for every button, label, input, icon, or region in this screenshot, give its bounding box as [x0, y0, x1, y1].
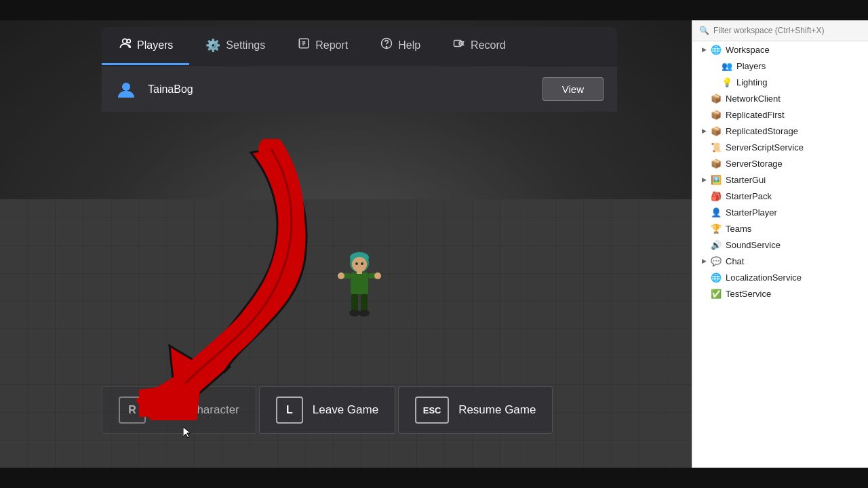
tree-item-networkclient[interactable]: 📦NetworkClient — [692, 90, 868, 106]
tree-item-replicatedstorage[interactable]: ▶📦ReplicatedStorage — [692, 123, 868, 139]
arrow-icon — [699, 94, 709, 103]
tree-item-starterplayer[interactable]: 👤StarterPlayer — [692, 204, 868, 220]
leave-button[interactable]: L Leave Game — [259, 386, 395, 434]
players-tab-icon — [118, 37, 132, 54]
arrow-icon — [699, 159, 709, 168]
filter-input[interactable] — [713, 26, 861, 35]
arrow-icon — [699, 110, 709, 119]
tree-item-workspace[interactable]: ▶🌐Workspace — [692, 41, 868, 58]
player-name: TainaBog — [148, 83, 542, 96]
players-icon: 👥 — [721, 60, 733, 72]
tree-item-starterpack[interactable]: 🎒StarterPack — [692, 188, 868, 204]
tree-item-chat[interactable]: ▶💬Chat — [692, 253, 868, 269]
players-menu: Players ⚙️ Settings Report — [102, 27, 617, 113]
starterplayer-icon: 👤 — [710, 206, 722, 218]
menu-tabs: Players ⚙️ Settings Report — [102, 27, 617, 65]
players-label: Players — [736, 61, 766, 71]
tree-item-soundservice[interactable]: 🔊SoundService — [692, 237, 868, 253]
filter-icon: 🔍 — [699, 26, 709, 35]
tree-item-serverstorage[interactable]: 📦ServerStorage — [692, 155, 868, 171]
chat-icon: 💬 — [710, 255, 722, 267]
arrow-icon — [699, 191, 709, 201]
serverscriptservice-label: ServerScriptService — [726, 142, 804, 152]
tab-settings[interactable]: ⚙️ Settings — [189, 27, 281, 65]
reset-button[interactable]: R Reset Character — [102, 386, 256, 434]
right-panel: 🔍 ▶🌐Workspace 👥Players 💡Lighting 📦Networ… — [692, 20, 868, 468]
tab-help[interactable]: Help — [364, 27, 437, 65]
tree-container: ▶🌐Workspace 👥Players 💡Lighting 📦NetworkC… — [692, 41, 868, 302]
menu-content: TainaBog View — [102, 66, 617, 112]
tab-players-label: Players — [137, 39, 173, 52]
chat-label: Chat — [726, 256, 744, 266]
teams-label: Teams — [726, 224, 751, 234]
svg-rect-14 — [357, 270, 362, 274]
starterpack-label: StarterPack — [726, 191, 772, 201]
settings-tab-icon: ⚙️ — [205, 38, 220, 53]
svg-point-9 — [374, 272, 381, 279]
svg-point-19 — [386, 47, 387, 48]
svg-point-8 — [338, 272, 344, 279]
networkclient-icon: 📦 — [710, 92, 722, 104]
arrow-icon — [699, 289, 709, 298]
filter-bar: 🔍 — [692, 20, 868, 41]
tab-report-label: Report — [315, 39, 348, 52]
svg-rect-5 — [351, 272, 368, 294]
replicatedfirst-icon: 📦 — [710, 108, 722, 121]
svg-point-13 — [359, 310, 370, 317]
svg-point-3 — [355, 262, 358, 265]
leave-key: L — [276, 396, 303, 424]
tree-item-teams[interactable]: 🏆Teams — [692, 220, 868, 237]
reset-label: Reset Character — [155, 403, 239, 417]
tree-item-lighting[interactable]: 💡Lighting — [692, 74, 868, 90]
tab-report[interactable]: Report — [281, 27, 364, 65]
testservice-label: TestService — [726, 289, 771, 299]
view-button[interactable]: View — [542, 77, 604, 101]
help-tab-icon — [380, 37, 393, 53]
tree-item-testservice[interactable]: ✅TestService — [692, 285, 868, 302]
report-tab-icon — [298, 37, 310, 53]
tab-record[interactable]: Record — [437, 27, 522, 65]
replicatedfirst-label: ReplicatedFirst — [726, 110, 785, 120]
localizationservice-icon: 🌐 — [710, 271, 722, 283]
arrow-icon — [699, 207, 709, 217]
svg-point-15 — [123, 39, 127, 43]
teams-icon: 🏆 — [710, 222, 722, 235]
arrow-icon: ▶ — [699, 126, 709, 136]
arrow-icon: ▶ — [699, 45, 709, 54]
soundservice-label: SoundService — [726, 240, 781, 250]
replicatedstorage-icon: 📦 — [710, 125, 722, 137]
svg-point-12 — [349, 310, 360, 317]
startergui-label: StarterGui — [726, 175, 766, 185]
resume-key: ESC — [415, 396, 449, 424]
testservice-icon: ✅ — [710, 287, 722, 300]
soundservice-icon: 🔊 — [710, 239, 722, 251]
arrow-icon — [699, 142, 709, 152]
tree-item-localizationservice[interactable]: 🌐LocalizationService — [692, 269, 868, 285]
starterplayer-label: StarterPlayer — [726, 207, 777, 218]
svg-point-22 — [122, 83, 130, 91]
tree-item-players[interactable]: 👥Players — [692, 58, 868, 74]
svg-point-4 — [361, 262, 363, 265]
arrow-icon: ▶ — [699, 175, 709, 184]
bottom-bar — [0, 468, 868, 488]
game-area: Players ⚙️ Settings Report — [0, 20, 692, 468]
leave-label: Leave Game — [313, 403, 378, 417]
resume-label: Resume Game — [458, 403, 536, 417]
tree-item-replicatedfirst[interactable]: 📦ReplicatedFirst — [692, 106, 868, 123]
tab-players[interactable]: Players — [102, 27, 189, 65]
top-bar — [0, 0, 868, 20]
tree-item-startergui[interactable]: ▶🖼️StarterGui — [692, 171, 868, 188]
serverstorage-label: ServerStorage — [726, 159, 783, 169]
player-avatar — [115, 79, 137, 100]
starterpack-icon: 🎒 — [710, 190, 722, 202]
localizationservice-label: LocalizationService — [726, 272, 802, 283]
game-character — [332, 251, 387, 332]
arrow-icon — [699, 272, 709, 282]
tab-settings-label: Settings — [226, 39, 265, 52]
resume-button[interactable]: ESC Resume Game — [398, 386, 553, 434]
bottom-buttons: R Reset Character L Leave Game ESC Resum… — [102, 386, 553, 434]
tree-item-serverscriptservice[interactable]: 📜ServerScriptService — [692, 139, 868, 155]
tab-record-label: Record — [471, 39, 506, 52]
networkclient-label: NetworkClient — [726, 94, 781, 104]
arrow-icon — [710, 77, 719, 87]
